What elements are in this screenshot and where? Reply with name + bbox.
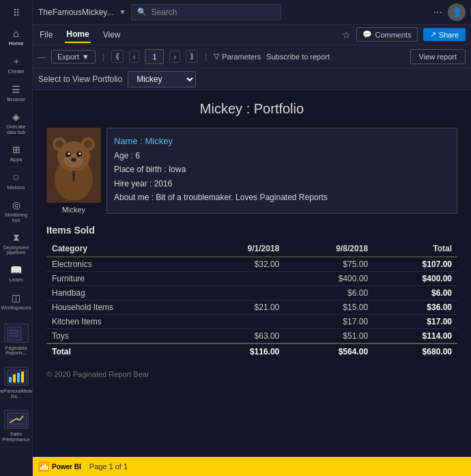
avatar[interactable]: 👤 bbox=[448, 3, 466, 21]
svg-point-24 bbox=[68, 153, 70, 155]
home-icon: ⌂ bbox=[10, 27, 23, 40]
powerbi-logo: Power BI bbox=[38, 461, 81, 472]
sidebar-item-learn[interactable]: 📖 Learn bbox=[0, 260, 32, 288]
sidebar-item-create[interactable]: ＋ Create bbox=[0, 51, 32, 79]
parameters-label: Parameters bbox=[222, 53, 261, 61]
table-row: Household Items $21.00 $15.00 $36.00 bbox=[46, 300, 457, 315]
svg-point-20 bbox=[84, 140, 92, 148]
app-name: TheFamousMickey... bbox=[38, 8, 113, 17]
sidebar-apps-label: Apps bbox=[10, 157, 22, 163]
sidebar-item-home[interactable]: ⌂ Home bbox=[0, 23, 32, 51]
paginated-thumbnail bbox=[4, 324, 29, 343]
apps-icon: ⊞ bbox=[10, 143, 23, 156]
col-header-total: Total bbox=[373, 241, 457, 257]
cell-total-3: $36.00 bbox=[373, 300, 457, 315]
col-header-date2: 9/8/2018 bbox=[285, 241, 373, 257]
favorite-icon[interactable]: ☆ bbox=[342, 29, 351, 40]
export-label: Export bbox=[57, 53, 79, 61]
sidebar-item-deployment[interactable]: ⧗ Deployment pipelines bbox=[0, 227, 32, 260]
menu-view[interactable]: View bbox=[102, 27, 122, 42]
cell-col2-0: $75.00 bbox=[285, 257, 373, 272]
sidebar-item-browse[interactable]: ☰ Browse bbox=[0, 79, 32, 107]
subscribe-button[interactable]: Subscribe to report bbox=[266, 53, 330, 61]
profile-birth: Place of birth : Iowa bbox=[114, 163, 450, 176]
svg-rect-28 bbox=[72, 171, 75, 173]
select-row: Select to View Portfolio Mickey bbox=[33, 68, 471, 90]
powerbi-label: Power BI bbox=[52, 463, 81, 471]
sidebar-item-sales[interactable]: Sales Performance bbox=[0, 404, 33, 446]
page-number-input[interactable] bbox=[145, 49, 164, 64]
sidebar-item-paginated[interactable]: Paginated Reports... bbox=[0, 318, 33, 360]
monitoring-icon: ◎ bbox=[10, 199, 23, 211]
portfolio-select[interactable]: Mickey bbox=[128, 71, 196, 87]
view-report-label: View report bbox=[419, 53, 457, 61]
items-sold-table: Category 9/1/2018 9/8/2018 Total Electro… bbox=[46, 241, 457, 359]
chevron-down-icon[interactable]: ▼ bbox=[119, 8, 126, 16]
apps-grid-icon: ⠿ bbox=[10, 7, 23, 19]
profile-section: Mickey Name : Mickey Age : 6 Place of bi… bbox=[46, 128, 457, 214]
sidebar-item-onelake[interactable]: ◈ OneLake data hub bbox=[0, 107, 32, 139]
sidebar-item-workspaces[interactable]: ◫ Workspaces bbox=[0, 288, 32, 316]
nav-first-button[interactable]: ⟪ bbox=[111, 50, 124, 63]
table-row: Kitchen Items $17.00 $17.00 bbox=[46, 315, 457, 329]
parameters-button[interactable]: ▽ Parameters bbox=[214, 52, 261, 61]
famousmickey-label: TheFamousMickey Re... bbox=[0, 389, 33, 399]
search-icon: 🔍 bbox=[137, 8, 147, 16]
profile-about: About me : Bit of a troublemaker. Loves … bbox=[114, 191, 450, 204]
cell-category-4: Kitchen Items bbox=[46, 315, 196, 329]
svg-rect-7 bbox=[9, 377, 12, 382]
footer-col1: $116.00 bbox=[196, 344, 285, 359]
sidebar-item-apps[interactable]: ⊞ Apps bbox=[0, 139, 32, 167]
svg-rect-1 bbox=[8, 327, 21, 341]
svg-rect-12 bbox=[8, 413, 27, 427]
separator: | bbox=[102, 52, 104, 61]
svg-rect-10 bbox=[21, 372, 24, 382]
cell-total-4: $17.00 bbox=[373, 315, 457, 329]
table-row: Furniture $400.00 $400.00 bbox=[46, 272, 457, 286]
main-content: TheFamousMickey... ▼ 🔍 Search ··· 👤 File… bbox=[33, 0, 471, 476]
sidebar-metrics-label: Metrics bbox=[8, 185, 25, 191]
profile-info: Name : Mickey Age : 6 Place of birth : I… bbox=[106, 128, 457, 214]
cell-total-1: $400.00 bbox=[373, 272, 457, 286]
profile-age: Age : 6 bbox=[114, 149, 450, 163]
table-row: Electronics $32.00 $75.00 $107.00 bbox=[46, 257, 457, 272]
sidebar-item-metrics[interactable]: ⬡ Metrics bbox=[0, 167, 32, 195]
footer-col2: $564.00 bbox=[285, 344, 373, 359]
more-options-icon[interactable]: ··· bbox=[433, 6, 442, 18]
table-row: Toys $63.00 $51.00 $114.00 bbox=[46, 329, 457, 344]
share-button[interactable]: ↗ Share bbox=[423, 28, 466, 41]
sidebar-item-famousmickey[interactable]: TheFamousMickey Re... bbox=[0, 361, 33, 403]
cell-col2-1: $400.00 bbox=[285, 272, 373, 286]
sidebar-item-apps-grid[interactable]: ⠿ bbox=[0, 3, 32, 23]
bear-container: Mickey bbox=[46, 128, 101, 214]
svg-rect-30 bbox=[42, 465, 44, 470]
report-inner: Mickey : Portfolio bbox=[33, 90, 471, 457]
bear-caption: Mickey bbox=[62, 206, 85, 214]
cell-col1-1 bbox=[196, 272, 285, 286]
powerbi-icon bbox=[38, 461, 49, 472]
svg-rect-31 bbox=[44, 464, 46, 470]
export-button[interactable]: Export ▼ bbox=[51, 50, 96, 64]
nav-next-button[interactable]: › bbox=[169, 51, 180, 63]
nav-last-button[interactable]: ⟫ bbox=[186, 50, 198, 63]
sidebar-workspaces-label: Workspaces bbox=[1, 305, 31, 311]
cell-total-5: $114.00 bbox=[373, 329, 457, 344]
sidebar-item-monitoring[interactable]: ◎ Monitoring hub bbox=[0, 195, 32, 227]
menu-home[interactable]: Home bbox=[65, 27, 90, 43]
sidebar-onelake-label: OneLake data hub bbox=[3, 124, 29, 135]
nav-prev-button[interactable]: ‹ bbox=[129, 51, 140, 63]
copyright: © 2020 Paginated Report Bear bbox=[46, 370, 457, 378]
comments-button[interactable]: 💬 Comments bbox=[356, 27, 417, 42]
paginated-label: Paginated Reports... bbox=[0, 346, 33, 356]
menu-file[interactable]: File bbox=[38, 27, 54, 42]
chat-icon: 💬 bbox=[362, 30, 372, 39]
svg-rect-9 bbox=[17, 373, 20, 382]
cell-category-5: Toys bbox=[46, 329, 196, 344]
share-label: Share bbox=[439, 31, 459, 39]
search-box[interactable]: 🔍 Search bbox=[131, 4, 281, 20]
footer-total: $680.00 bbox=[373, 344, 457, 359]
topbar: TheFamousMickey... ▼ 🔍 Search ··· 👤 bbox=[33, 0, 471, 25]
sidebar-create-label: Create bbox=[8, 69, 24, 75]
view-report-button[interactable]: View report bbox=[410, 49, 466, 64]
svg-rect-8 bbox=[13, 374, 16, 382]
